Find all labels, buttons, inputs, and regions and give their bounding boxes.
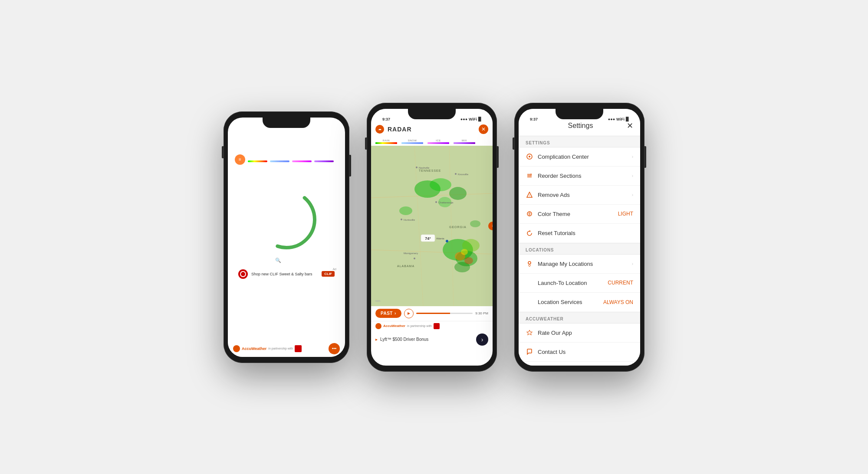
phone-1-screen: DOWNTOWN GEORGIA + ‹ Minute By Minute™ ≡…: [228, 118, 345, 357]
ad-text: Shop new CLIF Sweet & Salty bars: [251, 272, 318, 276]
map-svg: TENNESSEE ALABAMA GEORGIA Nashville Knox…: [371, 146, 493, 306]
signal-icon-3: ●●●: [608, 117, 615, 121]
status-icons-3: ●●● WiFi ▉: [608, 117, 629, 121]
add-location-button[interactable]: +: [333, 131, 338, 139]
remove-ads-label: Remove Ads: [538, 192, 629, 198]
manage-locations-chevron: ›: [632, 262, 633, 266]
location-services-label: Location Services: [538, 299, 603, 305]
rate-app-item[interactable]: Rate Our App: [519, 324, 640, 343]
svg-point-47: [529, 156, 530, 157]
radar-rain-label: RAIN: [383, 139, 390, 142]
phones-container: DOWNTOWN GEORGIA + ‹ Minute By Minute™ ≡…: [206, 85, 662, 389]
svg-point-31: [416, 167, 418, 168]
status-time-3: 9:37: [530, 117, 538, 121]
location-info: DOWNTOWN GEORGIA: [235, 131, 279, 142]
reorder-label: Reorder Sections: [538, 173, 629, 179]
remove-ads-chevron: ›: [632, 193, 633, 197]
weather-header: DOWNTOWN GEORGIA +: [235, 131, 338, 142]
notch-1: [263, 118, 310, 128]
snow-legend: SNOW: [270, 157, 289, 162]
color-theme-label: Color Theme: [538, 211, 618, 217]
location-services-item[interactable]: Location Services ALWAYS ON: [519, 293, 640, 312]
location-name: DOWNTOWN: [235, 131, 279, 138]
location-state: GEORGIA: [235, 138, 279, 142]
radar-footer: ▸ Lyft™ $500 Driver Bonus ›: [371, 331, 493, 348]
color-theme-icon: [526, 211, 533, 217]
svg-point-37: [401, 219, 402, 220]
aw-bar-radar: AccuWeather in partnership with: [371, 321, 493, 331]
lyft-text-radar: Lyft™ $500 Driver Bonus: [380, 337, 428, 342]
snow-label: SNOW: [275, 157, 285, 160]
svg-rect-6: [276, 217, 296, 220]
complication-center-item[interactable]: Complication Center ›: [519, 147, 640, 167]
lyft-ad-radar: ▸ Lyft™ $500 Driver Bonus: [375, 337, 428, 342]
notch-3: [556, 109, 603, 119]
launch-location-item[interactable]: Launch-To Location CURRENT: [519, 274, 640, 293]
svg-point-33: [455, 173, 457, 175]
more-options-button[interactable]: •••: [329, 343, 340, 354]
color-theme-value: LIGHT: [618, 211, 633, 217]
svg-point-26: [399, 206, 412, 215]
terms-of-use-item[interactable]: Terms Of Use Version 11.4.5: [519, 362, 640, 366]
lyft-icon-radar: ▸: [375, 337, 378, 342]
reset-icon: [526, 230, 533, 236]
aw-icon-radar: [375, 323, 381, 329]
lyft-arrow-button[interactable]: ›: [476, 333, 488, 346]
timeline-bar[interactable]: [416, 313, 473, 314]
svg-text:ALABAMA: ALABAMA: [397, 265, 414, 268]
locations-section-list: Manage My Locations › Launch-To Location…: [519, 254, 640, 312]
svg-point-16: [430, 178, 451, 191]
contact-us-icon: [526, 349, 533, 355]
radar-title: RADAR: [388, 126, 475, 133]
wifi-icon-3: WiFi: [616, 117, 625, 121]
past-label: PAST: [381, 311, 393, 316]
accuweather-label: AccuWeather: [242, 347, 266, 351]
manage-locations-item[interactable]: Manage My Locations ›: [519, 255, 640, 274]
status-time-2: 9:37: [382, 117, 390, 121]
color-theme-item[interactable]: Color Theme LIGHT: [519, 205, 640, 224]
complication-chevron: ›: [632, 154, 633, 159]
manage-locations-label: Manage My Locations: [538, 261, 629, 267]
radar-map[interactable]: TENNESSEE ALABAMA GEORGIA Nashville Knox…: [371, 146, 493, 306]
location-search-row[interactable]: 🔍 Atlanta: [235, 258, 338, 263]
past-arrow: ›: [395, 311, 396, 316]
svg-text:TENNESSEE: TENNESSEE: [419, 169, 441, 172]
locations-section-header: LOCATIONS: [519, 243, 640, 254]
svg-text:Atlanta: Atlanta: [436, 237, 444, 240]
svg-text:NWS: NWS: [375, 300, 381, 302]
reorder-sections-item[interactable]: Reorder Sections ›: [519, 167, 640, 186]
ice-bar: [292, 160, 312, 162]
phone-1: DOWNTOWN GEORGIA + ‹ Minute By Minute™ ≡…: [224, 111, 349, 363]
gauge-label-60: 60: [284, 251, 289, 256]
radar-snow-legend: SNOW: [401, 139, 423, 144]
svg-text:Nashville: Nashville: [419, 167, 430, 169]
radar-close-button[interactable]: ✕: [479, 124, 488, 134]
mix-bar: [314, 160, 334, 162]
past-button[interactable]: PAST ›: [375, 309, 401, 318]
ad-banner: Shop new CLIF Sweet & Salty bars CLIF: [235, 267, 338, 281]
back-arrow-icon[interactable]: ‹: [235, 146, 237, 152]
reset-tutorials-item[interactable]: Reset Tutorials: [519, 224, 640, 243]
settings-section-list: Complication Center › Reorder: [519, 147, 640, 243]
svg-point-17: [449, 187, 467, 200]
play-button[interactable]: ▶: [404, 309, 414, 318]
partnership-label-radar: in partnership with: [407, 324, 432, 327]
svg-point-24: [464, 257, 473, 264]
svg-text:Huntsville: Huntsville: [404, 219, 415, 221]
complication-icon: [526, 154, 533, 160]
contact-us-item[interactable]: Contact Us: [519, 343, 640, 362]
signal-icon-2: ●●●: [460, 117, 467, 121]
accuweather-logo: AccuWeather in partnership with: [233, 345, 302, 352]
phone-2: 9:37 ●●● WiFi ▉ ☁ RADAR ✕ RAIN: [367, 103, 497, 372]
remove-ads-item[interactable]: ! Remove Ads ›: [519, 186, 640, 205]
minute-by-minute-label: Minute By Minute™: [239, 146, 285, 152]
battery-icon-2: ▉: [478, 117, 481, 121]
location-services-value: ALWAYS ON: [603, 299, 633, 305]
partnership-label: in partnership with: [268, 347, 293, 350]
reset-tutorials-label: Reset Tutorials: [538, 230, 633, 236]
svg-line-7: [280, 221, 282, 226]
svg-point-35: [435, 201, 437, 203]
svg-text:!: !: [529, 194, 530, 197]
manage-locations-icon: [526, 261, 533, 267]
radar-rain-bar: [375, 142, 397, 144]
